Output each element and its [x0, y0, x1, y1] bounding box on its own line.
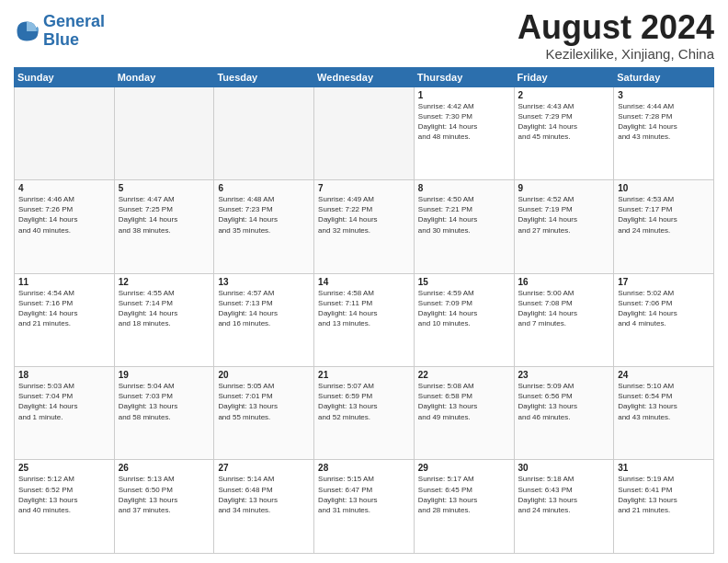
day-cell-11: 11Sunrise: 4:54 AM Sunset: 7:16 PM Dayli…: [15, 273, 115, 366]
day-cell-16: 16Sunrise: 5:00 AM Sunset: 7:08 PM Dayli…: [514, 273, 614, 366]
day-number: 20: [218, 370, 310, 380]
day-number: 2: [518, 90, 610, 100]
day-cell-14: 14Sunrise: 4:58 AM Sunset: 7:11 PM Dayli…: [314, 273, 415, 366]
day-info: Sunrise: 4:46 AM Sunset: 7:26 PM Dayligh…: [18, 194, 110, 236]
day-info: Sunrise: 5:14 AM Sunset: 6:48 PM Dayligh…: [218, 474, 310, 515]
empty-cell: [314, 86, 415, 179]
day-number: 4: [18, 183, 110, 193]
day-cell-28: 28Sunrise: 5:15 AM Sunset: 6:47 PM Dayli…: [314, 460, 415, 554]
day-number: 15: [418, 277, 510, 287]
day-info: Sunrise: 5:15 AM Sunset: 6:47 PM Dayligh…: [318, 474, 410, 515]
col-header-saturday: Saturday: [614, 67, 714, 86]
day-info: Sunrise: 4:42 AM Sunset: 7:30 PM Dayligh…: [418, 101, 510, 143]
day-number: 30: [518, 463, 610, 473]
day-info: Sunrise: 4:44 AM Sunset: 7:28 PM Dayligh…: [618, 101, 710, 143]
day-cell-3: 3Sunrise: 4:44 AM Sunset: 7:28 PM Daylig…: [614, 86, 714, 179]
logo-line2: Blue: [43, 31, 105, 50]
day-cell-9: 9Sunrise: 4:52 AM Sunset: 7:19 PM Daylig…: [514, 180, 614, 273]
title-area: August 2024 Kezilexilike, Xinjiang, Chin…: [518, 9, 714, 62]
day-cell-29: 29Sunrise: 5:17 AM Sunset: 6:45 PM Dayli…: [414, 460, 514, 554]
day-number: 12: [119, 277, 210, 287]
day-number: 3: [618, 90, 710, 100]
empty-cell: [114, 86, 214, 179]
day-info: Sunrise: 4:48 AM Sunset: 7:23 PM Dayligh…: [218, 194, 310, 236]
day-number: 19: [119, 370, 210, 380]
day-number: 29: [418, 463, 510, 473]
day-cell-27: 27Sunrise: 5:14 AM Sunset: 6:48 PM Dayli…: [214, 460, 314, 554]
day-cell-26: 26Sunrise: 5:13 AM Sunset: 6:50 PM Dayli…: [114, 460, 214, 554]
day-cell-18: 18Sunrise: 5:03 AM Sunset: 7:04 PM Dayli…: [15, 367, 115, 460]
day-number: 8: [418, 183, 510, 193]
week-row-3: 18Sunrise: 5:03 AM Sunset: 7:04 PM Dayli…: [15, 367, 714, 460]
day-number: 5: [119, 183, 210, 193]
day-cell-6: 6Sunrise: 4:48 AM Sunset: 7:23 PM Daylig…: [214, 180, 314, 273]
day-number: 10: [618, 183, 710, 193]
day-number: 7: [318, 183, 410, 193]
day-info: Sunrise: 5:04 AM Sunset: 7:03 PM Dayligh…: [119, 381, 210, 422]
day-cell-1: 1Sunrise: 4:42 AM Sunset: 7:30 PM Daylig…: [414, 86, 514, 179]
month-title: August 2024: [518, 9, 714, 46]
day-cell-10: 10Sunrise: 4:53 AM Sunset: 7:17 PM Dayli…: [614, 180, 714, 273]
header: General Blue August 2024 Kezilexilike, X…: [14, 9, 714, 62]
day-number: 23: [518, 370, 610, 380]
day-info: Sunrise: 4:53 AM Sunset: 7:17 PM Dayligh…: [618, 194, 710, 236]
day-number: 31: [618, 463, 710, 473]
day-number: 21: [318, 370, 410, 380]
day-info: Sunrise: 4:55 AM Sunset: 7:14 PM Dayligh…: [119, 288, 210, 329]
day-number: 11: [18, 277, 110, 287]
day-cell-19: 19Sunrise: 5:04 AM Sunset: 7:03 PM Dayli…: [114, 367, 214, 460]
col-header-tuesday: Tuesday: [214, 67, 314, 86]
col-header-sunday: Sunday: [15, 67, 115, 86]
col-header-friday: Friday: [514, 67, 614, 86]
day-info: Sunrise: 4:59 AM Sunset: 7:09 PM Dayligh…: [418, 288, 510, 329]
col-header-monday: Monday: [114, 67, 214, 86]
day-cell-23: 23Sunrise: 5:09 AM Sunset: 6:56 PM Dayli…: [514, 367, 614, 460]
logo: General Blue: [14, 13, 105, 50]
col-header-wednesday: Wednesday: [314, 67, 415, 86]
day-cell-13: 13Sunrise: 4:57 AM Sunset: 7:13 PM Dayli…: [214, 273, 314, 366]
day-cell-20: 20Sunrise: 5:05 AM Sunset: 7:01 PM Dayli…: [214, 367, 314, 460]
empty-cell: [15, 86, 115, 179]
day-info: Sunrise: 5:09 AM Sunset: 6:56 PM Dayligh…: [518, 381, 610, 422]
day-info: Sunrise: 5:17 AM Sunset: 6:45 PM Dayligh…: [418, 474, 510, 515]
day-cell-31: 31Sunrise: 5:19 AM Sunset: 6:41 PM Dayli…: [614, 460, 714, 554]
day-info: Sunrise: 5:03 AM Sunset: 7:04 PM Dayligh…: [18, 381, 110, 422]
week-row-2: 11Sunrise: 4:54 AM Sunset: 7:16 PM Dayli…: [15, 273, 714, 366]
day-info: Sunrise: 5:12 AM Sunset: 6:52 PM Dayligh…: [18, 474, 110, 515]
day-number: 28: [318, 463, 410, 473]
day-cell-2: 2Sunrise: 4:43 AM Sunset: 7:29 PM Daylig…: [514, 86, 614, 179]
day-number: 9: [518, 183, 610, 193]
day-cell-12: 12Sunrise: 4:55 AM Sunset: 7:14 PM Dayli…: [114, 273, 214, 366]
week-row-0: 1Sunrise: 4:42 AM Sunset: 7:30 PM Daylig…: [15, 86, 714, 179]
page: General Blue August 2024 Kezilexilike, X…: [0, 0, 728, 563]
day-cell-4: 4Sunrise: 4:46 AM Sunset: 7:26 PM Daylig…: [15, 180, 115, 273]
day-info: Sunrise: 5:13 AM Sunset: 6:50 PM Dayligh…: [119, 474, 210, 515]
day-number: 17: [618, 277, 710, 287]
empty-cell: [214, 86, 314, 179]
day-cell-30: 30Sunrise: 5:18 AM Sunset: 6:43 PM Dayli…: [514, 460, 614, 554]
day-number: 25: [18, 463, 110, 473]
day-info: Sunrise: 5:10 AM Sunset: 6:54 PM Dayligh…: [618, 381, 710, 422]
day-cell-15: 15Sunrise: 4:59 AM Sunset: 7:09 PM Dayli…: [414, 273, 514, 366]
week-row-4: 25Sunrise: 5:12 AM Sunset: 6:52 PM Dayli…: [15, 460, 714, 554]
day-number: 1: [418, 90, 510, 100]
day-info: Sunrise: 5:08 AM Sunset: 6:58 PM Dayligh…: [418, 381, 510, 422]
day-cell-8: 8Sunrise: 4:50 AM Sunset: 7:21 PM Daylig…: [414, 180, 514, 273]
day-info: Sunrise: 4:54 AM Sunset: 7:16 PM Dayligh…: [18, 288, 110, 329]
subtitle: Kezilexilike, Xinjiang, China: [518, 46, 714, 62]
day-info: Sunrise: 5:19 AM Sunset: 6:41 PM Dayligh…: [618, 474, 710, 515]
week-row-1: 4Sunrise: 4:46 AM Sunset: 7:26 PM Daylig…: [15, 180, 714, 273]
day-info: Sunrise: 5:05 AM Sunset: 7:01 PM Dayligh…: [218, 381, 310, 422]
day-cell-17: 17Sunrise: 5:02 AM Sunset: 7:06 PM Dayli…: [614, 273, 714, 366]
day-info: Sunrise: 4:57 AM Sunset: 7:13 PM Dayligh…: [218, 288, 310, 329]
day-number: 27: [218, 463, 310, 473]
day-number: 16: [518, 277, 610, 287]
day-info: Sunrise: 5:18 AM Sunset: 6:43 PM Dayligh…: [518, 474, 610, 515]
day-cell-7: 7Sunrise: 4:49 AM Sunset: 7:22 PM Daylig…: [314, 180, 415, 273]
day-info: Sunrise: 4:43 AM Sunset: 7:29 PM Dayligh…: [518, 101, 610, 143]
day-info: Sunrise: 4:58 AM Sunset: 7:11 PM Dayligh…: [318, 288, 410, 329]
day-info: Sunrise: 5:00 AM Sunset: 7:08 PM Dayligh…: [518, 288, 610, 329]
header-row: SundayMondayTuesdayWednesdayThursdayFrid…: [15, 67, 714, 86]
calendar-table: SundayMondayTuesdayWednesdayThursdayFrid…: [14, 67, 714, 554]
day-number: 6: [218, 183, 310, 193]
